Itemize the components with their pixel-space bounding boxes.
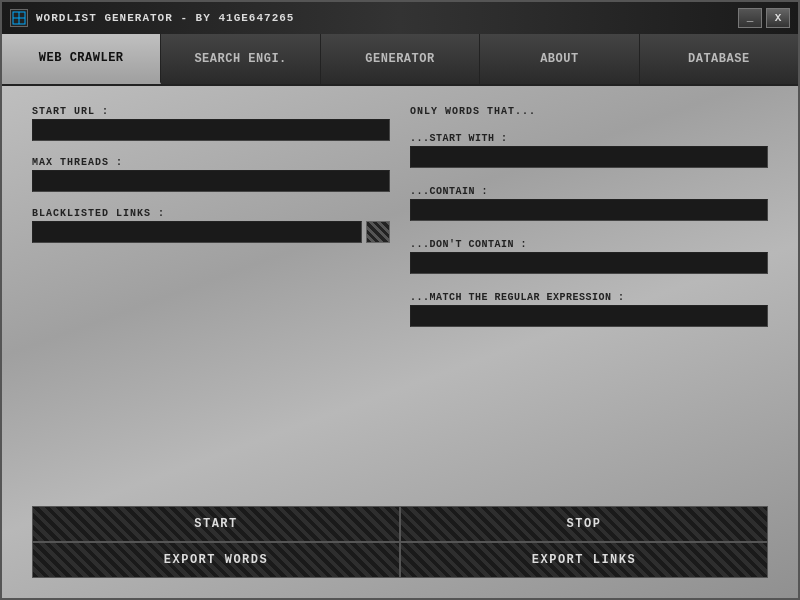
dont-contain-group: ...DON'T CONTAIN : <box>410 233 768 274</box>
main-content: START URL : MAX THREADS : BLACKLISTED LI… <box>2 86 798 598</box>
button-area: START STOP EXPORT WORDS EXPORT LINKS <box>32 506 768 578</box>
start-with-input[interactable] <box>410 146 768 168</box>
tab-generator[interactable]: Generator <box>321 34 480 84</box>
main-window: WORDLIST GENERATOR - BY 41GE647265 _ X W… <box>0 0 800 600</box>
window-title: WORDLIST GENERATOR - BY 41GE647265 <box>36 12 294 24</box>
tab-web-crawler[interactable]: Web Crawler <box>2 34 161 84</box>
export-links-button[interactable]: EXPORT LINKS <box>400 542 768 578</box>
contain-group: ...CONTAIN : <box>410 180 768 221</box>
tab-bar: Web Crawler Search Engi. Generator About… <box>2 34 798 86</box>
title-bar-left: WORDLIST GENERATOR - BY 41GE647265 <box>10 9 294 27</box>
regex-label: ...MATCH THE REGULAR EXPRESSION : <box>410 292 768 303</box>
start-with-group: ...START WITH : <box>410 127 768 168</box>
tab-about[interactable]: About <box>480 34 639 84</box>
tab-database[interactable]: Database <box>640 34 798 84</box>
title-bar: WORDLIST GENERATOR - BY 41GE647265 _ X <box>2 2 798 34</box>
blacklisted-links-input[interactable] <box>32 221 362 243</box>
minimize-button[interactable]: _ <box>738 8 762 28</box>
browse-button[interactable] <box>366 221 390 243</box>
start-with-label: ...START WITH : <box>410 133 768 144</box>
blacklisted-links-group: BLACKLISTED LINKS : <box>32 208 390 243</box>
start-url-group: START URL : <box>32 106 390 141</box>
stop-button[interactable]: STOP <box>400 506 768 542</box>
start-button[interactable]: START <box>32 506 400 542</box>
dont-contain-label: ...DON'T CONTAIN : <box>410 239 768 250</box>
app-icon <box>10 9 28 27</box>
title-buttons: _ X <box>738 8 790 28</box>
start-url-input[interactable] <box>32 119 390 141</box>
regex-group: ...MATCH THE REGULAR EXPRESSION : <box>410 286 768 327</box>
blacklisted-links-label: BLACKLISTED LINKS : <box>32 208 390 219</box>
max-threads-input[interactable] <box>32 170 390 192</box>
contain-label: ...CONTAIN : <box>410 186 768 197</box>
regex-input[interactable] <box>410 305 768 327</box>
start-url-label: START URL : <box>32 106 390 117</box>
right-panel: ONLY WORDS THAT... ...START WITH : ...CO… <box>410 106 768 496</box>
contain-input[interactable] <box>410 199 768 221</box>
left-panel: START URL : MAX THREADS : BLACKLISTED LI… <box>32 106 390 496</box>
export-words-button[interactable]: EXPORT WORDS <box>32 542 400 578</box>
max-threads-group: MAX THREADS : <box>32 157 390 192</box>
max-threads-label: MAX THREADS : <box>32 157 390 168</box>
form-area: START URL : MAX THREADS : BLACKLISTED LI… <box>32 106 768 496</box>
blacklist-row <box>32 221 390 243</box>
dont-contain-input[interactable] <box>410 252 768 274</box>
only-words-title: ONLY WORDS THAT... <box>410 106 768 117</box>
close-button[interactable]: X <box>766 8 790 28</box>
bottom-button-row: EXPORT WORDS EXPORT LINKS <box>32 542 768 578</box>
tab-search-engine[interactable]: Search Engi. <box>161 34 320 84</box>
top-button-row: START STOP <box>32 506 768 542</box>
